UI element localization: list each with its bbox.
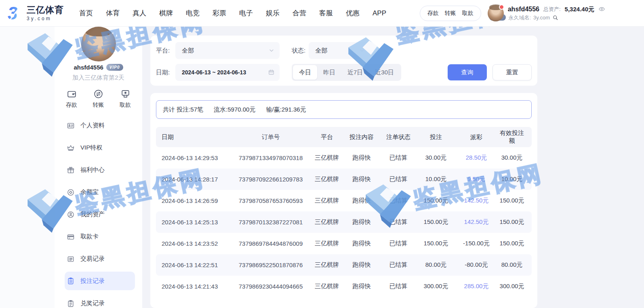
cell-status: 已结算: [380, 154, 417, 162]
wallet-action[interactable]: 取款: [462, 10, 474, 17]
sidebar-item-label: VIP特权: [80, 144, 102, 152]
sidebar-item-label: 投注记录: [80, 277, 105, 285]
quick-range-chip[interactable]: 今日: [293, 65, 317, 80]
user-block: ahsfd4556 总资产: 5,324.40元 VIP0 永久域名: 3y.c…: [488, 5, 605, 21]
sidebar-item-profile[interactable]: 个人资料: [65, 114, 135, 137]
cell-payout: 142.50元: [455, 197, 498, 205]
quick-range-chip[interactable]: 昨日: [317, 65, 341, 80]
sidebar-item-withdraw-card[interactable]: 取款卡: [65, 226, 135, 248]
nav-item[interactable]: 电子: [233, 8, 259, 18]
chevron-down-icon: [268, 47, 275, 54]
cell-platform: 三亿棋牌: [310, 154, 343, 162]
eye-icon[interactable]: [598, 6, 605, 13]
sidebar-item-label: 取款卡: [80, 233, 99, 240]
quick-range-chip[interactable]: 近30日: [369, 65, 400, 80]
nav-item[interactable]: 客服: [313, 8, 339, 18]
column-header: 投注内容: [343, 133, 380, 141]
calendar-icon: [268, 69, 275, 76]
top-header: 3 三亿体育 3y.com 首页体育真人棋牌电竞彩票电子娱乐合营客服优惠APP …: [0, 0, 644, 27]
cell-order-number: 7379870132387227081: [231, 219, 310, 226]
cell-bet-content: 跑得快: [343, 283, 380, 290]
sidebar-item-yuebao[interactable]: 余额宝: [65, 181, 135, 203]
summary-bar: 共计 投注:57笔流水:5970.00元输/赢:291.36元: [156, 100, 532, 119]
cell-platform: 三亿棋牌: [310, 218, 343, 226]
cell-valid-amount: 150.00元: [498, 240, 526, 247]
wallet-action[interactable]: 转账: [445, 10, 456, 17]
svg-text:3: 3: [8, 4, 17, 23]
assets-icon: [67, 211, 75, 219]
date-range-input[interactable]: 2024-06-13 ~ 2024-06-13: [175, 64, 280, 81]
nav-item[interactable]: APP: [366, 9, 393, 17]
cell-order-number: 7379869230444094665: [231, 283, 310, 290]
cell-bet-content: 跑得快: [343, 175, 380, 183]
avatar[interactable]: [488, 5, 504, 21]
cell-bet-amount: 80.00元: [417, 261, 455, 269]
table-row: 2024-06-13 14:28:17 7379870922661209783 …: [156, 169, 532, 190]
username: ahsfd4556: [508, 6, 539, 13]
cell-payout: 142.50元: [455, 218, 498, 226]
summary-item: 输/赢:291.36元: [266, 106, 306, 114]
cell-date: 2024-06-13 14:28:17: [162, 176, 231, 183]
quick-action-deposit[interactable]: 存款: [66, 89, 77, 109]
platform-label: 平台:: [156, 47, 175, 55]
status-value: 全部: [315, 47, 327, 55]
cell-platform: 三亿棋牌: [310, 261, 343, 269]
quick-action-label: 存款: [66, 101, 77, 109]
sidebar-item-label: 福利中心: [80, 166, 105, 174]
cell-date: 2024-06-13 14:22:51: [162, 262, 231, 268]
quick-action-transfer[interactable]: 转账: [93, 89, 104, 109]
brand-logo[interactable]: 3 三亿体育 3y.com: [6, 4, 64, 23]
quick-action-label: 取款: [120, 101, 131, 109]
platform-select[interactable]: 全部: [175, 42, 280, 59]
cell-order-number: 7379871334978070318: [231, 154, 310, 161]
sidebar-item-transaction-records[interactable]: 交易记录: [65, 248, 135, 270]
table-header: 日期订单号平台投注内容注单状态投注派彩有效投注额: [156, 127, 532, 147]
search-icon[interactable]: [552, 15, 558, 21]
sidebar-item-my-assets[interactable]: 我的资产: [65, 203, 135, 226]
wallet-actions: 存款转账取款: [420, 6, 481, 21]
quick-range-chip[interactable]: 近7日: [341, 65, 369, 80]
column-header: 日期: [162, 133, 231, 141]
date-range-value: 2024-06-13 ~ 2024-06-13: [182, 69, 246, 76]
status-select[interactable]: 全部: [309, 42, 370, 59]
table-body: 2024-06-13 14:29:53 7379871334978070318 …: [156, 147, 532, 297]
sidebar: ahsfd4556 VIP0 加入三亿体育第2天 存款 转账 取款 个人资料 V…: [55, 27, 142, 308]
cell-order-number: 7379869784494876009: [231, 240, 310, 247]
cell-valid-amount: 80.00元: [498, 261, 526, 269]
reset-button[interactable]: 重置: [492, 64, 532, 80]
nav-item[interactable]: 娱乐: [259, 8, 286, 18]
cell-bet-content: 跑得快: [343, 240, 380, 247]
cell-date: 2024-06-13 14:26:59: [162, 197, 231, 204]
sidebar-item-bet-records[interactable]: 投注记录: [65, 272, 135, 290]
nav-item[interactable]: 真人: [126, 8, 153, 18]
nav-item[interactable]: 彩票: [206, 8, 233, 18]
column-header: 平台: [310, 133, 343, 141]
column-header: 派彩: [455, 133, 498, 141]
nav-item[interactable]: 优惠: [339, 8, 366, 18]
sidebar-item-redeem-records[interactable]: 兑奖记录: [65, 292, 135, 308]
cell-status: 已结算: [380, 218, 417, 226]
nav-item[interactable]: 体育: [99, 8, 126, 18]
bet-records-table: 日期订单号平台投注内容注单状态投注派彩有效投注额 2024-06-13 14:2…: [156, 127, 532, 297]
nav-item[interactable]: 棋牌: [153, 8, 179, 18]
cell-order-number: 7379870922661209783: [231, 176, 310, 183]
nav-item[interactable]: 合营: [286, 8, 313, 18]
sidebar-item-label: 兑奖记录: [80, 300, 105, 307]
id-card-icon: [67, 122, 75, 130]
left-margin: [0, 27, 55, 308]
cell-valid-amount: 300.00元: [498, 283, 526, 290]
cell-payout: -150.00元: [455, 240, 498, 247]
quick-actions: 存款 转账 取款: [66, 89, 131, 109]
quick-action-withdraw[interactable]: 取款: [120, 89, 131, 109]
sidebar-item-label: 余额宝: [80, 188, 99, 196]
quick-range-group: 今日昨日近7日近30日: [292, 64, 401, 81]
sidebar-item-welfare-center[interactable]: 福利中心: [65, 159, 135, 181]
cell-status: 已结算: [380, 197, 417, 205]
search-button[interactable]: 查询: [448, 64, 487, 80]
nav-item[interactable]: 电竞: [179, 8, 206, 18]
nav-item[interactable]: 首页: [73, 8, 99, 18]
wallet-action[interactable]: 存款: [427, 10, 439, 17]
status-label: 状态:: [292, 47, 305, 55]
sidebar-item-vip-privilege[interactable]: VIP特权: [65, 137, 135, 159]
page: 鉴黑担保网 鉴黑担保网 鉴黑担保网 鉴黑担保网 3 三亿体育 3y.com 首页…: [0, 0, 644, 308]
